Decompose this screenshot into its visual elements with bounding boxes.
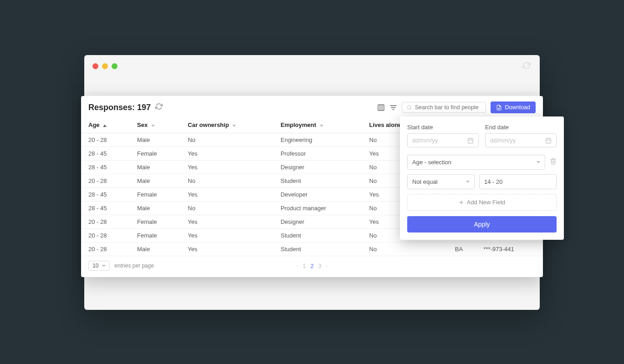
filter-panel: Start date dd/mm/yy End date dd/mm/yy Ag… [400, 116, 564, 240]
table-cell: Female [130, 188, 180, 202]
window-controls [92, 63, 118, 69]
table-cell: Male [130, 243, 180, 256]
table-cell: Female [130, 147, 180, 161]
add-field-button[interactable]: Add New Field [407, 194, 557, 211]
table-cell: Female [130, 215, 180, 229]
column-header[interactable]: Car ownership [180, 117, 273, 133]
table-cell: No [362, 243, 442, 256]
delete-filter-icon[interactable] [550, 158, 557, 167]
table-cell: Product manager [273, 202, 362, 215]
chevron-down-icon [320, 121, 323, 128]
table-cell: 28 - 45 [81, 188, 130, 202]
table-cell: Female [130, 229, 180, 243]
chevron-down-icon [466, 181, 470, 183]
plus-icon [459, 200, 464, 205]
table-cell: Designer [273, 215, 362, 229]
table-cell: Male [130, 202, 180, 215]
filter-field-select[interactable]: Age - selection [407, 155, 545, 170]
table-cell: Yes [180, 229, 273, 243]
table-cell: Male [130, 133, 180, 147]
search-input[interactable] [402, 102, 486, 113]
chevron-down-icon [537, 161, 540, 163]
table-cell: Male [130, 161, 180, 174]
calendar-icon [467, 137, 474, 144]
search-field[interactable] [415, 104, 481, 111]
reload-icon[interactable] [522, 61, 531, 71]
table-cell: No [180, 202, 273, 215]
apply-button[interactable]: Apply [407, 216, 557, 233]
table-cell: No [180, 174, 273, 188]
svg-point-6 [408, 106, 411, 109]
table-cell: Yes [180, 215, 273, 229]
table-cell: Yes [180, 243, 273, 256]
table-cell: Designer [273, 161, 362, 174]
column-header[interactable]: Employment [273, 117, 362, 133]
filter-operator-select[interactable]: Not equal [407, 174, 475, 189]
entries-label: entries per page [114, 263, 154, 269]
svg-rect-9 [468, 138, 473, 143]
table-cell: Engineering [273, 133, 362, 147]
calendar-icon [545, 137, 552, 144]
close-window-button[interactable] [92, 63, 98, 69]
prev-page-button[interactable]: ‹ [296, 263, 298, 268]
end-date-label: End date [485, 124, 557, 131]
table-cell: Male [130, 174, 180, 188]
table-cell: 28 - 45 [81, 161, 130, 174]
pagination: ‹ 123 › [296, 263, 327, 269]
table-cell: Professor [273, 147, 362, 161]
table-cell: 20 - 28 [81, 174, 130, 188]
chevron-down-icon [151, 121, 155, 128]
minimize-window-button[interactable] [102, 63, 108, 69]
column-header[interactable]: Sex [130, 117, 180, 133]
table-cell: Yes [180, 147, 273, 161]
start-date-label: Start date [407, 124, 479, 131]
table-cell: No [180, 133, 273, 147]
svg-line-7 [410, 108, 411, 109]
chevron-down-icon [232, 121, 236, 128]
table-row[interactable]: 20 - 28MaleYesStudentNoBA***-973-441 [81, 243, 543, 256]
table-cell: 20 - 28 [81, 229, 130, 243]
page-number[interactable]: 2 [310, 263, 313, 269]
refresh-icon[interactable] [155, 103, 163, 112]
panel-header: Responses: 197 Download [81, 96, 543, 117]
filter-value-input[interactable]: 14 - 20 [479, 174, 557, 189]
table-cell: 20 - 28 [81, 133, 130, 147]
table-cell: 28 - 45 [81, 202, 130, 215]
page-number[interactable]: 1 [302, 263, 306, 269]
filter-icon[interactable] [389, 104, 397, 111]
table-cell: Student [273, 229, 362, 243]
svg-rect-0 [378, 105, 384, 111]
table-cell: Yes [180, 161, 273, 174]
table-cell: 20 - 28 [81, 243, 130, 256]
end-date-input[interactable]: dd/mm/yy [485, 133, 557, 147]
columns-icon[interactable] [377, 104, 385, 111]
header-actions: Download [377, 101, 536, 113]
start-date-input[interactable]: dd/mm/yy [407, 133, 479, 147]
next-page-button[interactable]: › [326, 263, 328, 268]
table-footer: 10 entries per page ‹ 123 › [81, 256, 543, 277]
table-cell: 20 - 28 [81, 215, 130, 229]
table-cell: Student [273, 243, 362, 256]
page-number[interactable]: 3 [318, 263, 322, 269]
svg-rect-13 [546, 138, 551, 143]
maximize-window-button[interactable] [112, 63, 118, 69]
entries-per-page-select[interactable]: 10 [88, 261, 110, 271]
table-cell: Developer [273, 188, 362, 202]
chevron-up-icon [103, 121, 107, 128]
window-titlebar [84, 55, 540, 77]
table-cell: 28 - 45 [81, 147, 130, 161]
table-cell: ***-973-441 [476, 243, 543, 256]
chevron-down-icon [102, 265, 106, 267]
download-button[interactable]: Download [491, 101, 536, 113]
column-header[interactable]: Age [81, 117, 130, 133]
table-cell: Student [273, 174, 362, 188]
browser-toolbar [84, 77, 540, 93]
panel-title: Responses: 197 [88, 103, 151, 112]
table-cell: BA [441, 243, 476, 256]
table-cell: Yes [180, 188, 273, 202]
